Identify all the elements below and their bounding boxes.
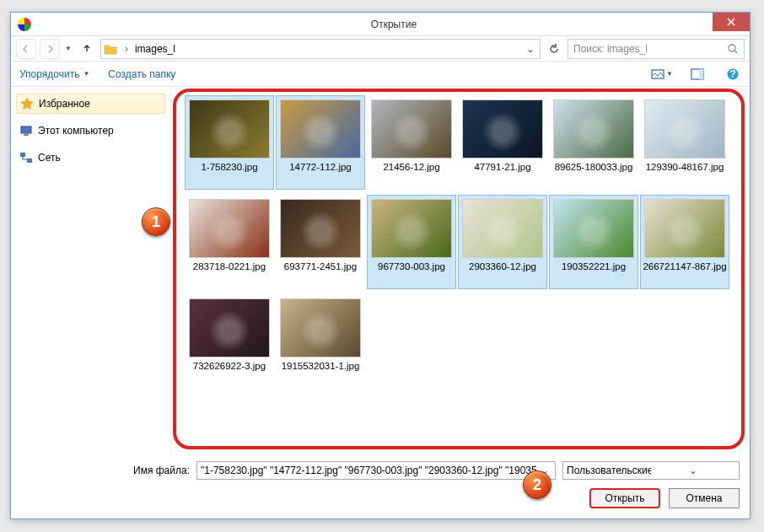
file-thumbnail [371,99,452,159]
file-name: 266721147-867.jpg [643,261,726,272]
chevron-down-icon: ▼ [83,70,89,78]
breadcrumb-dropdown-icon[interactable]: ⌄ [523,43,538,55]
file-name: 190352221.jpg [562,261,626,272]
file-open-dialog: Открытие ▼ › images_l ⌄ Поиск: images_l [10,12,751,519]
search-input[interactable]: Поиск: images_l [568,39,745,59]
network-icon [19,151,33,164]
file-thumbnail [189,298,270,357]
close-button[interactable] [713,13,750,31]
file-name: 1-758230.jpg [201,162,257,173]
refresh-button[interactable] [544,39,564,59]
breadcrumb-separator-icon: › [120,43,133,55]
up-button[interactable] [77,39,97,59]
file-item[interactable]: 14772-112.jpg [276,95,365,190]
dialog-body: Избранное Этот компьютер Сеть 1-758230.j… [11,87,750,454]
sidebar: Избранное Этот компьютер Сеть [11,87,171,454]
file-thumbnail [644,99,725,159]
file-item[interactable]: 21456-12.jpg [367,95,456,190]
breadcrumb[interactable]: › images_l ⌄ [100,39,541,59]
sidebar-item-label: Сеть [38,152,61,164]
dialog-footer: Имя файла: "1-758230.jpg" "14772-112.jpg… [11,454,750,519]
picture-icon [651,67,664,81]
filename-label: Имя файла: [21,465,190,476]
panel-icon [691,67,704,81]
annotation-marker-2: 2 [523,470,551,499]
file-grid[interactable]: 1-758230.jpg14772-112.jpg21456-12.jpg477… [178,94,743,389]
svg-rect-8 [20,153,25,157]
file-item[interactable]: 283718-0221.jpg [185,195,274,289]
sidebar-item-label: Избранное [39,98,90,110]
file-item[interactable]: 89625-180033.jpg [549,95,638,190]
nav-bar: ▼ › images_l ⌄ Поиск: images_l [11,36,750,62]
file-item[interactable]: 693771-2451.jpg [276,195,365,289]
computer-icon [19,124,33,137]
file-thumbnail [462,199,543,258]
svg-point-0 [729,45,735,51]
open-button[interactable]: Открыть [589,488,660,508]
new-folder-button[interactable]: Создать папку [105,65,179,83]
file-item[interactable]: 1-758230.jpg [185,95,274,190]
sidebar-item-favorites[interactable]: Избранное [16,94,165,114]
file-item[interactable]: 967730-003.jpg [367,195,456,289]
forward-button[interactable] [40,39,60,59]
file-thumbnail [189,199,270,258]
file-name: 283718-0221.jpg [193,261,266,272]
view-options-button[interactable]: ▼ [650,65,674,83]
file-name: 47791-21.jpg [474,162,530,173]
star-icon [20,97,34,110]
file-list-pane: 1-758230.jpg14772-112.jpg21456-12.jpg477… [171,87,750,454]
file-thumbnail [553,199,634,258]
recent-dropdown-icon[interactable]: ▼ [63,45,73,52]
file-item[interactable]: 2903360-12.jpg [458,195,547,289]
svg-rect-7 [24,134,29,136]
filename-input[interactable]: "1-758230.jpg" "14772-112.jpg" "967730-0… [196,461,556,480]
sidebar-item-label: Этот компьютер [38,125,114,137]
file-thumbnail [644,199,725,258]
file-item[interactable]: 1915532031-1.jpg [276,294,365,389]
toolbar: Упорядочить ▼ Создать папку ▼ ? [11,62,750,87]
file-item[interactable]: 190352221.jpg [549,195,638,289]
app-icon [18,18,31,31]
file-name: 693771-2451.jpg [284,261,357,272]
file-type-filter[interactable]: Пользовательские файлы (*.b ⌄ [562,461,740,480]
file-name: 89625-180033.jpg [555,162,633,173]
file-thumbnail [553,99,634,159]
annotation-marker-1: 1 [142,207,170,236]
search-placeholder: Поиск: images_l [573,43,727,55]
chevron-down-icon: ▼ [666,70,673,78]
help-button[interactable]: ? [721,65,745,83]
back-button[interactable] [16,39,36,59]
file-thumbnail [280,99,361,159]
file-thumbnail [462,99,543,159]
file-name: 129390-48167.jpg [646,162,724,173]
arrow-up-icon [82,44,92,54]
file-name: 732626922-3.jpg [193,361,266,372]
cancel-button[interactable]: Отмена [669,488,740,508]
file-name: 2903360-12.jpg [469,261,536,272]
breadcrumb-location[interactable]: images_l [133,43,177,55]
preview-pane-button[interactable] [686,65,709,83]
titlebar: Открытие [11,13,750,36]
file-item[interactable]: 129390-48167.jpg [640,95,729,190]
organize-menu[interactable]: Упорядочить ▼ [16,65,93,83]
sidebar-item-computer[interactable]: Этот компьютер [16,121,165,141]
file-item[interactable]: 47791-21.jpg [458,95,547,190]
chevron-down-icon[interactable]: ⌄ [651,465,735,476]
file-name: 14772-112.jpg [289,162,352,173]
window-title: Открытие [38,19,750,30]
arrow-right-icon [45,44,55,54]
file-name: 967730-003.jpg [378,261,445,272]
file-thumbnail [280,298,361,357]
file-thumbnail [280,199,361,258]
file-item[interactable]: 266721147-867.jpg [640,195,729,289]
refresh-icon [549,44,559,54]
help-icon: ? [726,67,740,81]
file-thumbnail [189,99,270,159]
file-item[interactable]: 732626922-3.jpg [185,294,274,389]
svg-rect-6 [21,126,31,133]
sidebar-item-network[interactable]: Сеть [16,148,165,168]
svg-rect-3 [699,69,703,79]
file-thumbnail [371,199,452,258]
arrow-left-icon [21,44,31,54]
close-icon [727,18,735,26]
